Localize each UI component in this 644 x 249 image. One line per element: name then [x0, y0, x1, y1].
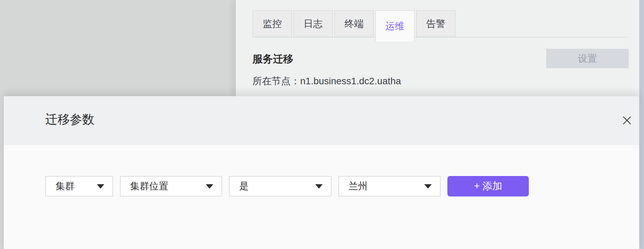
page: 监控 日志 终端 运维 告警 服务迁移 设置 所在节点：n1.business1… [0, 0, 644, 249]
modal-mask[interactable] [0, 0, 236, 96]
drawer-body: 集群 集群位置 是 兰州 + 添加 [4, 145, 639, 249]
close-icon [622, 116, 632, 125]
condition-select[interactable]: 是 [229, 176, 332, 196]
close-button[interactable] [619, 113, 635, 128]
cluster-location-select-value: 集群位置 [130, 180, 168, 193]
tab-monitoring[interactable]: 监控 [252, 10, 292, 37]
section-title: 服务迁移 [252, 54, 293, 64]
node-info-label: 所在节点： [252, 76, 300, 86]
migration-params-drawer: 迁移参数 集群 集群位置 [4, 96, 639, 249]
node-info-value: n1.business1.dc2.uatha [300, 76, 401, 86]
tab-terminal[interactable]: 终端 [334, 10, 374, 37]
scrollbar[interactable] [639, 0, 644, 249]
city-select-value: 兰州 [349, 180, 368, 193]
add-button[interactable]: + 添加 [447, 176, 529, 196]
chevron-down-icon [97, 184, 104, 189]
tab-ops[interactable]: 运维 [375, 10, 415, 42]
tab-logs[interactable]: 日志 [293, 10, 333, 37]
chevron-down-icon [315, 184, 323, 189]
settings-button[interactable]: 设置 [546, 49, 629, 68]
chevron-down-icon [206, 184, 213, 189]
condition-select-value: 是 [239, 180, 249, 193]
tab-bar: 监控 日志 终端 运维 告警 [252, 10, 456, 42]
migration-param-row: 集群 集群位置 是 兰州 + 添加 [45, 176, 529, 196]
tab-alerts[interactable]: 告警 [416, 10, 456, 37]
drawer-title: 迁移参数 [45, 113, 94, 126]
node-info: 所在节点：n1.business1.dc2.uatha [252, 76, 401, 87]
city-select[interactable]: 兰州 [338, 176, 441, 196]
cluster-select[interactable]: 集群 [45, 176, 113, 196]
cluster-location-select[interactable]: 集群位置 [120, 176, 222, 196]
drawer-header: 迁移参数 [4, 96, 639, 145]
service-detail-panel: 监控 日志 终端 运维 告警 服务迁移 设置 所在节点：n1.business1… [236, 0, 639, 96]
chevron-down-icon [424, 184, 432, 189]
cluster-select-value: 集群 [56, 180, 75, 193]
